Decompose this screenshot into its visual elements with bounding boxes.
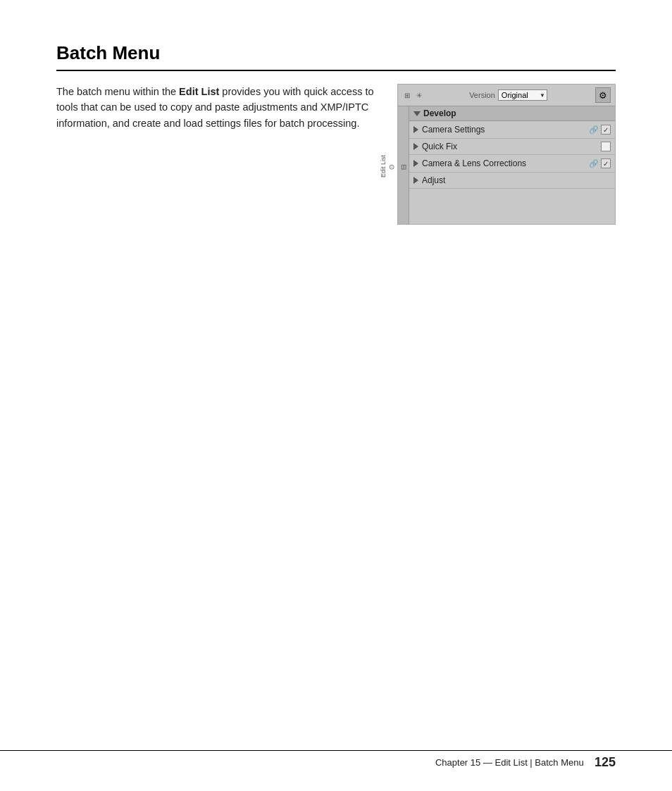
panel-row[interactable]: Adjust [409,173,615,189]
panel-main: Develop Camera Settings 🔗 ✓ [409,106,615,224]
panel-row[interactable]: Quick Fix [409,139,615,155]
panel-row[interactable]: Camera & Lens Corrections 🔗 ✓ [409,155,615,173]
row-expand-icon [413,143,418,150]
link-icon[interactable]: 🔗 [588,124,599,135]
row-expand-icon [413,177,418,184]
row-text: Camera Settings [422,125,485,135]
panel-header: ⊞ ✳ Version Original Version 1 Version 2… [398,85,615,106]
panel-version-area: Version Original Version 1 Version 2 ▼ [424,89,592,101]
row-icons: 🔗 ✓ [588,124,611,135]
sidebar-text: Edit List [380,155,387,177]
develop-section-header[interactable]: Develop [409,106,615,121]
page-title: Batch Menu [56,42,616,71]
page-footer: Chapter 15 — Edit List | Batch Menu 125 [0,750,672,770]
sidebar-icon-2: ⊙ [387,162,397,172]
row-checkbox[interactable]: ✓ [601,158,611,168]
body-intro: The batch menu within the [56,86,179,97]
screenshot-panel: ⊞ ✳ Version Original Version 1 Version 2… [397,84,616,225]
gear-icon: ⚙ [599,90,607,101]
panel-body: ⊟ ⊙ Edit List Develop [398,106,615,224]
row-label: Adjust [413,175,611,185]
panel-empty-area [409,189,615,224]
footer-text: Chapter 15 — Edit List | Batch Menu 125 [435,755,616,770]
link-icon[interactable]: 🔗 [588,158,599,169]
develop-expand-icon [413,111,421,116]
row-checkbox[interactable]: ✓ [601,125,611,135]
row-label: Camera Settings [413,125,588,135]
panel-icon-2: ✳ [414,90,424,100]
panel-row[interactable]: Camera Settings 🔗 ✓ [409,121,615,139]
row-icons [601,142,611,151]
develop-label: Develop [423,108,456,118]
row-icons: 🔗 ✓ [588,158,611,169]
version-select[interactable]: Original Version 1 Version 2 [498,89,547,101]
bold-edit-list: Edit List [179,86,219,97]
gear-button[interactable]: ⚙ [595,87,611,103]
version-select-wrap[interactable]: Original Version 1 Version 2 ▼ [498,89,547,101]
panel-icon-1: ⊞ [402,90,412,100]
row-text: Camera & Lens Corrections [422,158,526,168]
version-label: Version [469,91,495,99]
footer-chapter: Chapter 15 — Edit List | Batch Menu [435,757,584,768]
body-text: The batch menu within the Edit List prov… [56,84,376,225]
row-text: Quick Fix [422,142,457,151]
panel-header-left: ⊞ ✳ [402,90,424,100]
row-expand-icon [413,126,418,133]
sidebar-icon-1: ⊟ [399,162,409,172]
row-label: Camera & Lens Corrections [413,158,588,168]
row-text: Adjust [422,175,445,185]
row-label: Quick Fix [413,142,601,151]
row-checkbox[interactable] [601,142,611,151]
footer-page-number: 125 [595,755,616,770]
panel-sidebar-left: ⊟ ⊙ Edit List [398,106,409,224]
row-expand-icon [413,160,418,167]
sidebar-icons: ⊟ ⊙ [387,159,409,175]
